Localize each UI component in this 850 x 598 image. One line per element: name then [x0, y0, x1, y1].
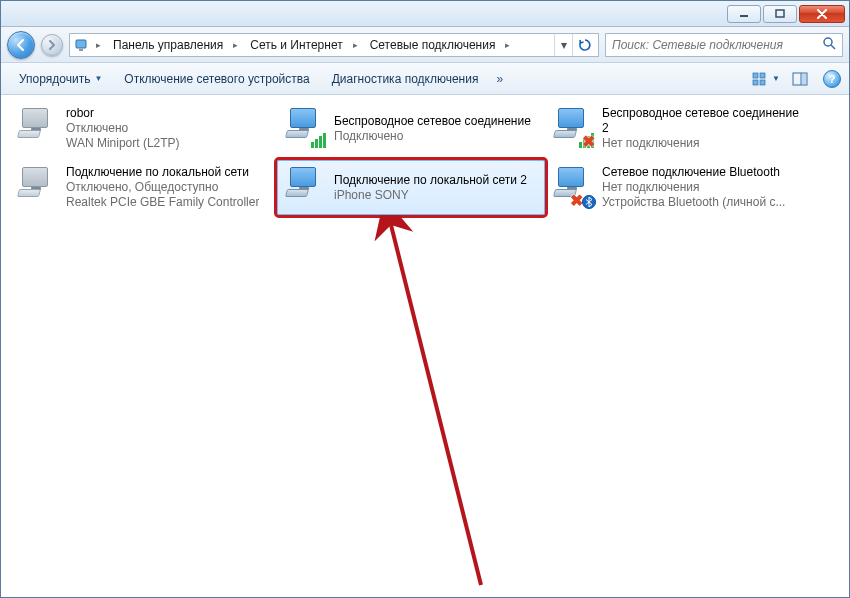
connection-item[interactable]: ✖ Сетевое подключение Bluetooth Нет подк…: [545, 160, 813, 215]
svg-point-4: [824, 38, 832, 46]
organize-menu[interactable]: Упорядочить ▼: [9, 68, 112, 90]
connection-item-selected[interactable]: Подключение по локальной сети 2 iPhone S…: [277, 160, 545, 215]
svg-rect-3: [79, 49, 83, 51]
breadcrumb-network-connections[interactable]: Сетевые подключения: [364, 34, 500, 56]
connection-item[interactable]: Подключение по локальной сети Отключено,…: [9, 160, 277, 215]
address-dropdown[interactable]: ▾: [554, 34, 572, 56]
location-icon: [72, 37, 90, 53]
titlebar: [1, 1, 849, 27]
chevron-down-icon: ▼: [94, 74, 102, 83]
toolbar-label: Диагностика подключения: [332, 72, 479, 86]
network-icon: ✖: [552, 106, 594, 148]
connection-item[interactable]: robor Отключено WAN Miniport (L2TP): [9, 101, 277, 156]
toolbar-overflow[interactable]: »: [490, 68, 509, 90]
network-icon: [16, 106, 58, 148]
network-icon: [284, 106, 326, 148]
error-cross-icon: ✖: [582, 136, 596, 150]
connection-title: Беспроводное сетевое соединение 2: [602, 106, 806, 136]
toolbar-label: Отключение сетевого устройства: [124, 72, 309, 86]
connection-status: Подключено: [334, 129, 531, 144]
help-button[interactable]: ?: [823, 70, 841, 88]
refresh-button[interactable]: [572, 34, 596, 56]
svg-rect-8: [753, 80, 758, 85]
connection-status: Отключено: [66, 121, 180, 136]
connections-area: robor Отключено WAN Miniport (L2TP) Бесп…: [1, 95, 849, 597]
command-toolbar: Упорядочить ▼ Отключение сетевого устрой…: [1, 63, 849, 95]
disable-device-button[interactable]: Отключение сетевого устройства: [114, 68, 319, 90]
connection-title: Сетевое подключение Bluetooth: [602, 165, 785, 180]
connection-title: Беспроводное сетевое соединение: [334, 114, 531, 129]
breadcrumb-label: Панель управления: [113, 38, 223, 52]
search-icon[interactable]: [822, 36, 836, 53]
preview-pane-button[interactable]: [787, 68, 813, 90]
svg-rect-2: [76, 40, 86, 48]
preview-pane-icon: [792, 72, 808, 86]
close-button[interactable]: [799, 5, 845, 23]
tiles-icon: [752, 72, 766, 86]
breadcrumb-label: Сетевые подключения: [370, 38, 496, 52]
signal-bars-icon: [311, 133, 326, 148]
bluetooth-icon: [582, 195, 596, 209]
back-button[interactable]: [7, 31, 35, 59]
connection-device: WAN Miniport (L2TP): [66, 136, 180, 151]
forward-button[interactable]: [41, 34, 63, 56]
connection-title: robor: [66, 106, 180, 121]
connection-item[interactable]: Беспроводное сетевое соединение Подключе…: [277, 101, 545, 156]
connection-title: Подключение по локальной сети: [66, 165, 259, 180]
network-icon: [16, 165, 58, 207]
svg-rect-1: [776, 10, 784, 17]
connection-title: Подключение по локальной сети 2: [334, 173, 527, 188]
chevron-right-icon[interactable]: ▸: [501, 34, 514, 56]
breadcrumb-control-panel[interactable]: Панель управления: [107, 34, 227, 56]
connection-status: Нет подключения: [602, 136, 806, 151]
chevron-right-icon[interactable]: ▸: [349, 34, 362, 56]
svg-line-5: [831, 45, 835, 49]
maximize-button[interactable]: [763, 5, 797, 23]
svg-line-13: [391, 225, 481, 585]
chevron-right-icon[interactable]: ▸: [229, 34, 242, 56]
minimize-button[interactable]: [727, 5, 761, 23]
nav-row: ▸ Панель управления ▸ Сеть и Интернет ▸ …: [1, 27, 849, 63]
connection-device: Устройства Bluetooth (личной с...: [602, 195, 785, 210]
search-input[interactable]: [612, 38, 822, 52]
svg-rect-6: [753, 73, 758, 78]
connection-status: Нет подключения: [602, 180, 785, 195]
search-box[interactable]: [605, 33, 843, 57]
breadcrumb-label: Сеть и Интернет: [250, 38, 342, 52]
chevron-down-icon: ▼: [772, 74, 780, 83]
svg-rect-9: [760, 80, 765, 85]
annotation-arrow: [331, 215, 531, 598]
toolbar-label: Упорядочить: [19, 72, 90, 86]
svg-rect-7: [760, 73, 765, 78]
connection-status: Отключено, Общедоступно: [66, 180, 259, 195]
network-icon: [284, 165, 326, 207]
address-bar[interactable]: ▸ Панель управления ▸ Сеть и Интернет ▸ …: [69, 33, 599, 57]
diagnose-connection-button[interactable]: Диагностика подключения: [322, 68, 489, 90]
connection-item[interactable]: ✖ Беспроводное сетевое соединение 2 Нет …: [545, 101, 813, 156]
chevron-right-icon[interactable]: ▸: [92, 34, 105, 56]
svg-rect-12: [802, 74, 806, 84]
view-options-button[interactable]: ▼: [747, 68, 785, 90]
connection-device: Realtek PCIe GBE Family Controller: [66, 195, 259, 210]
breadcrumb-network-internet[interactable]: Сеть и Интернет: [244, 34, 346, 56]
network-icon: ✖: [552, 165, 594, 207]
connection-device: iPhone SONY: [334, 188, 527, 203]
